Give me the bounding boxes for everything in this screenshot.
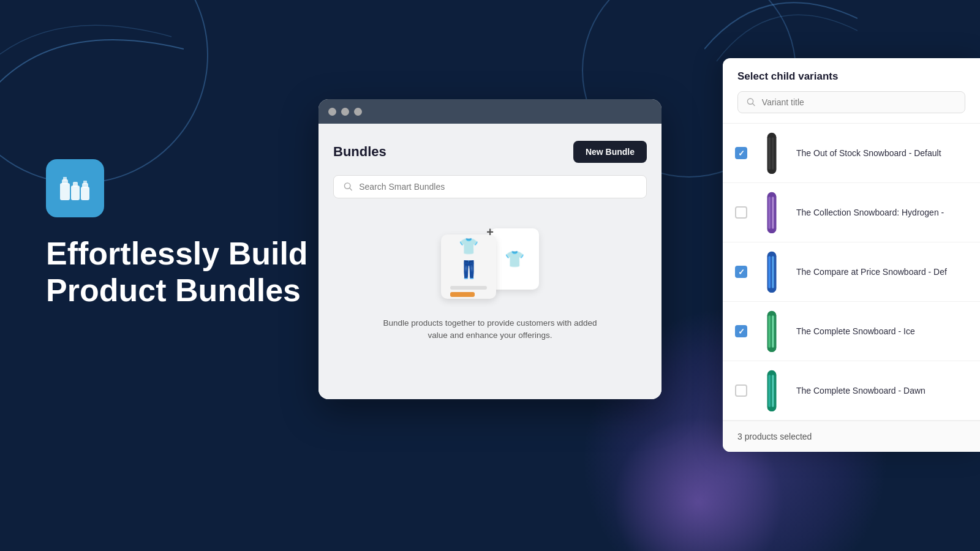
- variant-image: [756, 370, 788, 411]
- variant-list-item[interactable]: The Complete Snowboard - Dawn: [723, 361, 980, 421]
- variant-list-item[interactable]: The Out of Stock Snowboard - Default: [723, 124, 980, 183]
- bundle-card-front: 👕 👖: [441, 234, 496, 299]
- variant-checkbox[interactable]: [735, 206, 747, 219]
- traffic-light-yellow: [341, 108, 349, 116]
- variant-list-item[interactable]: The Complete Snowboard - Ice: [723, 302, 980, 361]
- search-icon: [344, 182, 353, 192]
- bundle-card-back: 👕: [490, 228, 539, 290]
- bundle-cards-graphic: 👕 👕 👖 +: [441, 225, 539, 305]
- svg-rect-7: [83, 181, 87, 184]
- variant-image: [756, 132, 788, 174]
- svg-rect-24: [772, 375, 774, 407]
- bundle-description: Bundle products together to provide cust…: [374, 317, 606, 342]
- variants-list: The Out of Stock Snowboard - DefaultThe …: [723, 124, 980, 421]
- bundles-search-bar[interactable]: [333, 175, 647, 198]
- variant-image: [756, 310, 788, 352]
- svg-rect-21: [772, 315, 774, 348]
- variant-name: The Compare at Price Snowboard - Def: [796, 267, 968, 277]
- headline: Effortlessly Build Product Bundles: [46, 236, 308, 309]
- bundles-header: Bundles New Bundle: [333, 141, 647, 163]
- headline-line2: Product Bundles: [46, 272, 301, 308]
- traffic-light-green: [354, 108, 362, 116]
- variants-search-bar[interactable]: [737, 91, 965, 113]
- svg-rect-0: [60, 183, 70, 200]
- svg-rect-5: [81, 187, 89, 200]
- search-input[interactable]: [359, 182, 636, 192]
- variant-image: [756, 251, 788, 293]
- bg-decoration-circle-1: [0, 0, 208, 184]
- variant-name: The Complete Snowboard - Dawn: [796, 386, 968, 395]
- svg-rect-20: [768, 315, 771, 348]
- svg-rect-12: [772, 137, 774, 170]
- app-icon-svg: [58, 171, 93, 206]
- variant-image: [756, 192, 788, 233]
- svg-rect-2: [63, 177, 67, 181]
- variants-footer: 3 products selected: [723, 421, 980, 452]
- variant-checkbox[interactable]: [735, 325, 747, 337]
- bundles-page-title: Bundles: [333, 144, 386, 160]
- headline-line1: Effortlessly Build: [46, 236, 308, 271]
- svg-rect-17: [768, 256, 771, 288]
- variants-panel-title: Select child variants: [737, 70, 965, 83]
- variant-name: The Collection Snowboard: Hydrogen -: [796, 208, 968, 217]
- svg-rect-14: [768, 197, 771, 229]
- svg-rect-11: [768, 137, 771, 170]
- variant-name: The Out of Stock Snowboard - Default: [796, 148, 968, 158]
- variants-search-icon: [747, 97, 756, 107]
- variant-checkbox[interactable]: [735, 147, 747, 159]
- variant-list-item[interactable]: The Collection Snowboard: Hydrogen -: [723, 183, 980, 242]
- arc-decoration-left: [0, 0, 184, 122]
- browser-window: Bundles New Bundle 👕 👕 👖: [318, 99, 662, 399]
- variants-panel-header: Select child variants: [723, 58, 980, 124]
- plus-sign: +: [486, 225, 494, 239]
- browser-body: Bundles New Bundle 👕 👕 👖: [318, 124, 662, 399]
- variants-search-input[interactable]: [762, 97, 956, 107]
- variants-panel: Select child variants The Out of Stock S…: [723, 58, 980, 452]
- bundle-illustration: 👕 👕 👖 + Bundle products together to prov…: [333, 213, 647, 348]
- left-content: Effortlessly Build Product Bundles: [46, 159, 308, 309]
- svg-rect-23: [768, 375, 771, 407]
- new-bundle-button[interactable]: New Bundle: [573, 141, 647, 163]
- svg-rect-3: [71, 186, 80, 200]
- svg-rect-15: [772, 197, 774, 229]
- traffic-light-red: [328, 108, 336, 116]
- variant-checkbox[interactable]: [735, 266, 747, 278]
- svg-rect-4: [73, 182, 78, 187]
- browser-titlebar: [318, 99, 662, 124]
- variant-checkbox[interactable]: [735, 384, 747, 397]
- app-icon: [46, 159, 104, 217]
- selected-count: 3 products selected: [737, 432, 812, 441]
- variant-list-item[interactable]: The Compare at Price Snowboard - Def: [723, 242, 980, 302]
- svg-rect-18: [772, 256, 774, 288]
- variant-name: The Complete Snowboard - Ice: [796, 326, 968, 336]
